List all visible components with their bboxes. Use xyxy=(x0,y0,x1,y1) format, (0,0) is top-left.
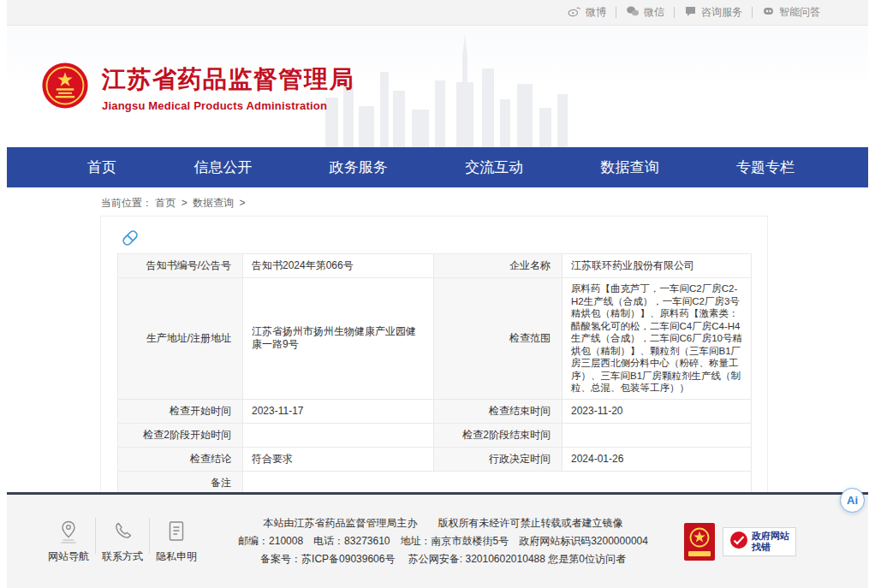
smart-qa-label: 智能问答 xyxy=(779,5,820,20)
table-row: 告知书编号/公告号 告知书2024年第066号 企业名称 江苏联环药业股份有限公… xyxy=(118,254,752,278)
visitor-counter: 您是第0位访问者 xyxy=(548,553,626,565)
field-value-inspection-scope: 原料药【曲克芦丁，一车间C2厂房C2-H2生产线（合成），一车间C2厂房3号精烘… xyxy=(562,278,752,400)
nav-item-special-topics[interactable]: 专题专栏 xyxy=(736,157,795,177)
field-value-phase2-end xyxy=(562,423,752,447)
breadcrumb-data-query-link[interactable]: 数据查询 xyxy=(193,197,234,209)
privacy-statement-link[interactable]: 隐私申明 xyxy=(151,520,202,564)
field-label-conclusion: 检查结论 xyxy=(118,447,243,471)
nav-item-interaction[interactable]: 交流互动 xyxy=(465,157,523,177)
gov-site-error-report-badge[interactable]: 政府网站 找错 xyxy=(723,527,796,556)
contact-label: 联系方式 xyxy=(102,550,143,562)
breadcrumb-separator: > xyxy=(239,197,245,209)
topbar: 微博 微信 咨询服务 智能问答 xyxy=(7,0,868,26)
footer-line-registration: 备案号：苏ICP备09039606号 苏公网安备: 32010602010488… xyxy=(207,550,679,568)
site-titles: 江苏省药品监督管理局 Jiangsu Medical Products Admi… xyxy=(102,63,354,112)
footer: 网站导航 联系方式 隐私申明 本站由江苏省药品监督管理局主办 版权所有未经许可禁… xyxy=(7,492,868,588)
weibo-link[interactable]: 微博 xyxy=(568,5,606,20)
divider xyxy=(616,7,616,18)
pill-capsule-icon xyxy=(119,227,751,249)
site-title-en: Jiangsu Medical Products Administration xyxy=(102,99,354,112)
breadcrumb-separator: > xyxy=(182,197,188,209)
field-value-decision-date: 2024-01-26 xyxy=(562,447,752,471)
footer-badges: 政府网站 找错 xyxy=(684,523,796,561)
footer-quick-links: 网站导航 联系方式 隐私申明 xyxy=(43,518,202,566)
field-label-notice-number: 告知书编号/公告号 xyxy=(118,254,243,278)
nav-item-data-query[interactable]: 数据查询 xyxy=(601,157,659,177)
weibo-label: 微博 xyxy=(586,5,606,20)
weibo-icon xyxy=(568,5,581,20)
site-map-label: 网站导航 xyxy=(48,550,89,562)
contact-link[interactable]: 联系方式 xyxy=(97,520,148,564)
divider xyxy=(149,518,150,554)
field-value-address: 江苏省扬州市扬州生物健康产业园健康一路9号 xyxy=(243,278,434,400)
phone-icon xyxy=(97,520,148,545)
field-value-notice-number: 告知书2024年第066号 xyxy=(243,254,434,278)
consult-service-label: 咨询服务 xyxy=(701,5,742,20)
table-row: 检查开始时间 2023-11-17 检查结束时间 2023-11-20 xyxy=(118,399,752,423)
field-label-decision-date: 行政决定时间 xyxy=(434,447,562,471)
table-row: 备注 xyxy=(118,471,752,495)
smart-qa-link[interactable]: 智能问答 xyxy=(762,5,820,20)
field-label-start-date: 检查开始时间 xyxy=(118,399,243,423)
divider xyxy=(95,518,96,554)
divider xyxy=(674,7,675,18)
divider xyxy=(752,7,753,18)
inspection-detail-table: 告知书编号/公告号 告知书2024年第066号 企业名称 江苏联环药业股份有限公… xyxy=(117,253,752,496)
breadcrumb: 当前位置： 首页 > 数据查询 > xyxy=(101,196,868,211)
error-report-logo-icon xyxy=(729,531,748,553)
wechat-label: 微信 xyxy=(644,5,664,20)
footer-info: 本站由江苏省药品监督管理局主办 版权所有未经许可禁止转载或者建立镜像 邮编：21… xyxy=(202,514,684,568)
ai-assistant-button[interactable]: Ai xyxy=(840,488,865,513)
main-nav: 首页 信息公开 政务服务 交流互动 数据查询 专题专栏 xyxy=(7,147,868,187)
smart-qa-icon xyxy=(762,5,775,20)
error-report-badge-text: 政府网站 找错 xyxy=(752,531,789,553)
nav-item-info-disclosure[interactable]: 信息公开 xyxy=(193,157,252,177)
nav-item-gov-services[interactable]: 政务服务 xyxy=(330,157,388,177)
icp-license-link[interactable]: 备案号：苏ICP备09039606号 xyxy=(260,553,395,565)
footer-line-contact: 邮编：210008 电话：83273610 地址：南京市鼓楼街5号 政府网站标识… xyxy=(207,532,679,550)
table-row: 检查2阶段开始时间 检查2阶段结束时间 xyxy=(118,423,752,447)
privacy-statement-label: 隐私申明 xyxy=(156,550,197,562)
site-header: 江苏省药品监督管理局 Jiangsu Medical Products Admi… xyxy=(7,26,868,147)
field-label-remarks: 备注 xyxy=(118,471,243,495)
field-value-remarks xyxy=(243,471,752,495)
breadcrumb-prefix: 当前位置： xyxy=(101,197,152,209)
footer-line-host: 本站由江苏省药品监督管理局主办 版权所有未经许可禁止转载或者建立镜像 xyxy=(207,514,679,532)
national-emblem-logo-icon xyxy=(41,62,89,113)
field-label-company-name: 企业名称 xyxy=(434,254,562,278)
field-value-end-date: 2023-11-20 xyxy=(562,399,752,423)
site-map-link[interactable]: 网站导航 xyxy=(43,520,94,564)
site-title: 江苏省药品监督管理局 xyxy=(102,63,354,96)
wechat-icon xyxy=(626,5,640,20)
field-label-address: 生产地址/注册地址 xyxy=(118,278,243,400)
field-label-end-date: 检查结束时间 xyxy=(434,399,562,423)
table-row: 生产地址/注册地址 江苏省扬州市扬州生物健康产业园健康一路9号 检查范围 原料药… xyxy=(118,278,752,400)
consult-service-icon xyxy=(684,5,697,20)
party-government-site-badge[interactable] xyxy=(684,523,715,561)
site-map-icon xyxy=(43,520,94,545)
field-value-conclusion: 符合要求 xyxy=(243,447,434,471)
field-value-phase2-start xyxy=(243,423,434,447)
site-logo-home-link[interactable]: 江苏省药品监督管理局 Jiangsu Medical Products Admi… xyxy=(41,62,354,113)
field-label-inspection-scope: 检查范围 xyxy=(434,278,562,400)
breadcrumb-home-link[interactable]: 首页 xyxy=(155,197,176,209)
field-value-start-date: 2023-11-17 xyxy=(243,399,434,423)
field-label-phase2-end: 检查2阶段结束时间 xyxy=(434,423,562,447)
field-label-phase2-start: 检查2阶段开始时间 xyxy=(118,423,243,447)
police-registration-link[interactable]: 苏公网安备: 32010602010488 xyxy=(408,553,545,565)
inspection-detail-card: 告知书编号/公告号 告知书2024年第066号 企业名称 江苏联环药业股份有限公… xyxy=(100,216,768,507)
wechat-link[interactable]: 微信 xyxy=(626,5,664,20)
consult-service-link[interactable]: 咨询服务 xyxy=(684,5,742,20)
table-row: 检查结论 符合要求 行政决定时间 2024-01-26 xyxy=(118,447,752,471)
privacy-doc-icon xyxy=(151,520,202,545)
field-value-company-name: 江苏联环药业股份有限公司 xyxy=(562,254,752,278)
city-skyline-graphic xyxy=(325,29,582,147)
nav-item-home[interactable]: 首页 xyxy=(87,157,116,177)
page: 微博 微信 咨询服务 智能问答 xyxy=(7,0,868,588)
